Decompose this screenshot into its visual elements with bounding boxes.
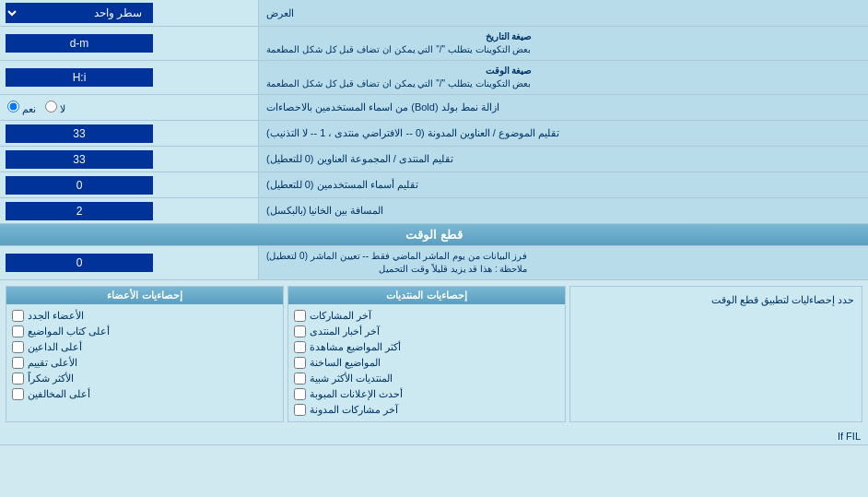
member-stat-2-label: أعلى كتاب المواضيع xyxy=(28,325,110,337)
time-format-label: صيغة الوقت بعض التكوينات يتطلب "/" التي … xyxy=(258,61,868,94)
time-cut-label: فرز البيانات من يوم الماشر الماضي فقط --… xyxy=(258,246,868,279)
sort-topics-input[interactable] xyxy=(6,124,153,143)
member-stat-3-checkbox[interactable] xyxy=(12,341,24,353)
time-format-input[interactable] xyxy=(6,68,153,87)
forum-stat-1-checkbox[interactable] xyxy=(294,310,306,322)
forum-stats-col: إحصاءيات المنتديات آخر المشاركات آخر أخب… xyxy=(287,286,566,422)
forum-stat-5-label: المنتديات الأكثر شبية xyxy=(310,373,393,385)
time-cut-section-header: قطع الوقت xyxy=(0,224,868,246)
sort-topics-row: تقليم الموضوع / العناوين المدونة (0 -- ا… xyxy=(0,121,868,147)
time-cut-input[interactable] xyxy=(6,254,153,272)
stats-limit-col: حدد إحصاءليات لتطبيق قطع الوقت xyxy=(569,286,862,422)
member-stats-col: إحصاءيات الأعضاء الأعضاء الجدد أعلى كتاب… xyxy=(6,286,284,422)
bold-radio-yes[interactable] xyxy=(7,101,19,112)
member-stats-items: الأعضاء الجدد أعلى كتاب المواضيع أعلى ال… xyxy=(6,304,283,406)
forum-stat-2-label: آخر أخبار المنتدى xyxy=(310,325,380,337)
sort-forum-input-cell xyxy=(0,147,258,172)
sort-users-input[interactable] xyxy=(6,176,153,195)
space-between-row: المسافة بين الخانيا (بالبكسل) xyxy=(0,198,868,224)
list-item: الأكثر شكراً xyxy=(12,371,277,386)
bold-remove-row: ازالة نمط بولد (Bold) من اسماء المستخدمي… xyxy=(0,95,868,121)
date-format-input[interactable] xyxy=(6,34,153,53)
display-label: العرض xyxy=(258,0,868,26)
list-item: آخر المشاركات xyxy=(294,308,559,324)
forum-stat-3-checkbox[interactable] xyxy=(294,341,306,353)
bold-yes-label: نعم xyxy=(7,101,36,115)
bottom-section: حدد إحصاءليات لتطبيق قطع الوقت إحصاءيات … xyxy=(0,280,868,428)
member-stat-3-label: أعلى الداعين xyxy=(28,341,82,353)
date-format-text: صيغة التاريخ بعض التكوينات يتطلب "/" الت… xyxy=(266,30,531,56)
forum-stat-4-checkbox[interactable] xyxy=(294,357,306,369)
date-format-label: صيغة التاريخ بعض التكوينات يتطلب "/" الت… xyxy=(258,27,868,60)
member-stats-header: إحصاءيات الأعضاء xyxy=(6,287,283,304)
list-item: أحدث الإعلانات المبوبة xyxy=(294,386,559,402)
display-row: العرض سطر واحد سطرين ثلاثة أسطر xyxy=(0,0,868,27)
bold-remove-label: ازالة نمط بولد (Bold) من اسماء المستخدمي… xyxy=(258,95,868,120)
sort-users-row: تقليم أسماء المستخدمين (0 للتعطيل) xyxy=(0,172,868,198)
forum-stat-7-checkbox[interactable] xyxy=(294,404,306,416)
sort-forum-row: تقليم المنتدى / المجموعة العناوين (0 للت… xyxy=(0,147,868,172)
forum-stat-6-label: أحدث الإعلانات المبوبة xyxy=(310,388,403,400)
list-item: آخر مشاركات المدونة xyxy=(294,402,559,418)
display-select[interactable]: سطر واحد سطرين ثلاثة أسطر xyxy=(6,3,153,23)
sort-topics-label: تقليم الموضوع / العناوين المدونة (0 -- ا… xyxy=(258,121,868,146)
filter-note-text: If FIL xyxy=(838,431,861,442)
list-item: الأعلى تقييم xyxy=(12,355,277,371)
time-cut-input-cell xyxy=(0,246,258,279)
sort-users-input-cell xyxy=(0,172,258,197)
member-stat-5-label: الأكثر شكراً xyxy=(28,373,74,385)
forum-stat-4-label: المواضيع الساخنة xyxy=(310,357,381,369)
sort-forum-input[interactable] xyxy=(6,150,153,169)
space-between-input-cell xyxy=(0,198,258,223)
member-stat-6-label: أعلى المخالفين xyxy=(28,388,90,400)
date-format-row: صيغة التاريخ بعض التكوينات يتطلب "/" الت… xyxy=(0,27,868,61)
list-item: المنتديات الأكثر شبية xyxy=(294,371,559,386)
sort-topics-input-cell xyxy=(0,121,258,146)
time-cut-row: فرز البيانات من يوم الماشر الماضي فقط --… xyxy=(0,246,868,280)
bold-no-label: لا xyxy=(45,101,65,115)
display-dropdown-cell: سطر واحد سطرين ثلاثة أسطر xyxy=(0,0,258,26)
date-format-input-cell xyxy=(0,27,258,60)
forum-stat-3-label: أكثر المواضيع مشاهدة xyxy=(310,341,401,353)
list-item: أعلى الداعين xyxy=(12,339,277,355)
bold-radio-no[interactable] xyxy=(45,101,57,112)
stats-limit-label: حدد إحصاءليات لتطبيق قطع الوقت xyxy=(578,292,854,308)
forum-stat-6-checkbox[interactable] xyxy=(294,388,306,400)
forum-stats-header: إحصاءيات المنتديات xyxy=(288,287,565,304)
member-stat-4-checkbox[interactable] xyxy=(12,357,24,369)
forum-stat-1-label: آخر المشاركات xyxy=(310,310,371,322)
sort-forum-label: تقليم المنتدى / المجموعة العناوين (0 للت… xyxy=(258,147,868,172)
sort-users-label: تقليم أسماء المستخدمين (0 للتعطيل) xyxy=(258,172,868,197)
time-format-row: صيغة الوقت بعض التكوينات يتطلب "/" التي … xyxy=(0,61,868,95)
member-stat-1-label: الأعضاء الجدد xyxy=(28,310,84,322)
main-container: العرض سطر واحد سطرين ثلاثة أسطر صيغة الت… xyxy=(0,0,868,445)
forum-stat-7-label: آخر مشاركات المدونة xyxy=(310,404,398,416)
space-between-input[interactable] xyxy=(6,202,153,220)
member-stat-4-label: الأعلى تقييم xyxy=(28,357,77,369)
member-stat-6-checkbox[interactable] xyxy=(12,388,24,400)
list-item: المواضيع الساخنة xyxy=(294,355,559,371)
member-stat-1-checkbox[interactable] xyxy=(12,310,24,322)
list-item: الأعضاء الجدد xyxy=(12,308,277,324)
list-item: آخر أخبار المنتدى xyxy=(294,324,559,339)
list-item: أكثر المواضيع مشاهدة xyxy=(294,339,559,355)
member-stat-5-checkbox[interactable] xyxy=(12,373,24,385)
time-format-text: صيغة الوقت بعض التكوينات يتطلب "/" التي … xyxy=(266,65,531,90)
bold-remove-radio-cell: لا نعم xyxy=(0,95,258,120)
list-item: أعلى كتاب المواضيع xyxy=(12,324,277,339)
time-cut-text: فرز البيانات من يوم الماشر الماضي فقط --… xyxy=(266,250,527,276)
list-item: أعلى المخالفين xyxy=(12,386,277,402)
time-cut-section-label: قطع الوقت xyxy=(405,228,463,242)
forum-stats-items: آخر المشاركات آخر أخبار المنتدى أكثر الم… xyxy=(288,304,565,421)
time-format-input-cell xyxy=(0,61,258,94)
space-between-label: المسافة بين الخانيا (بالبكسل) xyxy=(258,198,868,223)
forum-stat-5-checkbox[interactable] xyxy=(294,373,306,385)
forum-stat-2-checkbox[interactable] xyxy=(294,325,306,337)
bottom-row: حدد إحصاءليات لتطبيق قطع الوقت إحصاءيات … xyxy=(6,286,862,422)
member-stat-2-checkbox[interactable] xyxy=(12,325,24,337)
filter-note-bar: If FIL xyxy=(0,428,868,445)
